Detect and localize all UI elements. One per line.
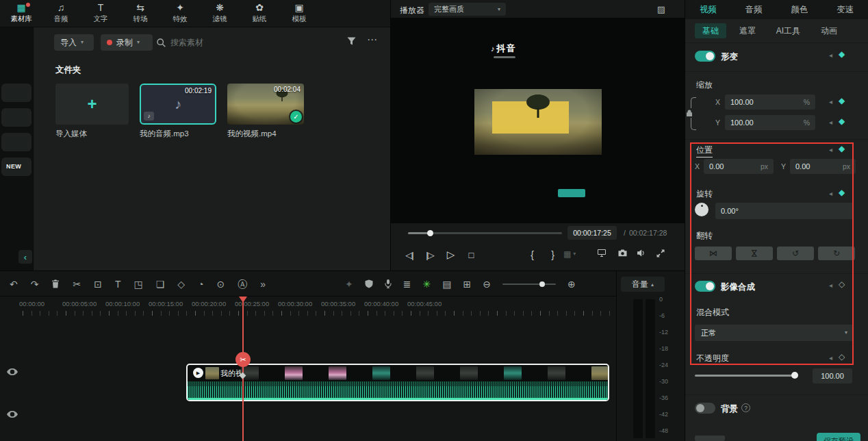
- mark-in-button[interactable]: {: [525, 248, 539, 262]
- keyframe-prev-icon[interactable]: ◂: [829, 119, 832, 126]
- position-y-input[interactable]: 0.00 px: [790, 159, 856, 174]
- next-frame-button[interactable]: |▷: [423, 248, 437, 262]
- scale-x-input[interactable]: 100.00 %: [725, 94, 815, 110]
- compositing-toggle[interactable]: [695, 281, 715, 292]
- keyframe-prev-icon[interactable]: ◂: [829, 282, 832, 289]
- tab-video[interactable]: 视频: [685, 4, 731, 16]
- keyframe-prev-icon[interactable]: ◂: [829, 52, 832, 59]
- nav-effects[interactable]: ✦ 特效: [160, 0, 200, 27]
- nav-media-library[interactable]: ▦ 素材库: [1, 0, 41, 27]
- keyframe-prev-icon[interactable]: ◂: [829, 147, 832, 153]
- motion-tracking-icon[interactable]: ⊙: [217, 279, 225, 289]
- video-stage[interactable]: ♪ 抖音: [391, 18, 685, 223]
- media-item-video[interactable]: 00:02:04 ✓: [227, 84, 304, 125]
- record-button[interactable]: 录制 ▾: [101, 34, 153, 51]
- import-media-tile[interactable]: +: [55, 84, 129, 125]
- redo-icon[interactable]: ↷: [31, 279, 39, 289]
- more-options-icon[interactable]: ⋯: [367, 34, 377, 46]
- add-text-icon[interactable]: T: [115, 279, 121, 289]
- more-tools-icon[interactable]: »: [260, 279, 266, 289]
- tab-speed[interactable]: 变速: [822, 4, 868, 16]
- opacity-slider-knob[interactable]: [791, 372, 798, 379]
- nav-transitions[interactable]: ⇆ 转场: [120, 0, 160, 27]
- save-preset-button[interactable]: 保存预设: [817, 433, 860, 441]
- subtab-animation[interactable]: 动画: [813, 23, 845, 38]
- split-playhead-button[interactable]: ✂: [235, 352, 251, 367]
- play-button[interactable]: ▷: [444, 248, 457, 262]
- media-item-audio[interactable]: ♪ 00:02:19 ♪: [140, 84, 216, 125]
- opacity-slider[interactable]: [695, 375, 796, 377]
- speed-icon[interactable]: ◔: [198, 279, 203, 289]
- subtab-mask[interactable]: 遮罩: [732, 23, 763, 38]
- mute-button[interactable]: [637, 249, 646, 257]
- rotate-cw-button[interactable]: ↻: [818, 247, 855, 260]
- duplicate-icon[interactable]: ❏: [156, 279, 165, 289]
- delete-icon[interactable]: [51, 279, 60, 288]
- crop-icon[interactable]: ⊡: [94, 279, 102, 289]
- keyframe-diamond-icon[interactable]: ◆: [839, 50, 845, 58]
- sidebar-item[interactable]: [1, 84, 31, 102]
- rotate-ccw-button[interactable]: ↺: [777, 247, 814, 260]
- sidebar-item[interactable]: [1, 108, 31, 127]
- undo-icon[interactable]: ↶: [10, 279, 18, 289]
- help-icon[interactable]: ?: [741, 403, 750, 412]
- track-visibility-toggle[interactable]: [7, 368, 18, 375]
- blend-mode-dropdown[interactable]: 正常 ▾: [695, 325, 854, 341]
- playback-progress-knob[interactable]: [427, 230, 433, 236]
- filter-sort-icon[interactable]: [347, 37, 356, 45]
- timeline-zoom-slider[interactable]: [502, 284, 556, 285]
- scale-y-input[interactable]: 100.00 %: [725, 115, 815, 130]
- keyframe-diamond-icon[interactable]: ◇: [839, 353, 845, 361]
- stop-button[interactable]: □: [464, 248, 478, 262]
- subtab-basic[interactable]: 基础: [695, 23, 726, 38]
- background-toggle[interactable]: [695, 403, 715, 414]
- sidebar-item[interactable]: NEW: [1, 158, 31, 176]
- video-clip[interactable]: ▶ 我的视频: [186, 364, 609, 401]
- nav-filters[interactable]: ❋ 滤镜: [200, 0, 240, 27]
- sidebar-item[interactable]: [1, 133, 31, 151]
- keyframe-diamond-icon[interactable]: ◆: [839, 97, 845, 105]
- add-track-icon[interactable]: ⊞: [463, 279, 471, 289]
- zoom-slider-knob[interactable]: [539, 281, 545, 287]
- subtab-ai-tools[interactable]: AI工具: [769, 23, 808, 38]
- rotate-input[interactable]: 0.00°: [715, 203, 854, 219]
- tab-color[interactable]: 颜色: [777, 4, 823, 16]
- tab-audio[interactable]: 音频: [731, 4, 777, 16]
- auto-caption-icon[interactable]: Ⓐ: [238, 279, 247, 289]
- keyframe-diamond-icon[interactable]: ◆: [839, 117, 845, 125]
- rotation-dial[interactable]: [695, 203, 709, 216]
- mark-out-button[interactable]: }: [546, 248, 559, 262]
- audio-mixer-icon[interactable]: ≣: [403, 279, 411, 289]
- keyframe-prev-icon[interactable]: ◂: [829, 99, 832, 105]
- keyframe-diamond-icon[interactable]: ◆: [839, 188, 845, 197]
- preview-mode-icon[interactable]: ▨: [654, 3, 669, 16]
- nav-stickers[interactable]: ✿ 贴纸: [240, 0, 279, 27]
- timeline-ruler[interactable]: 00:00:00 00:00:05:00 00:00:10:00 00:00:1…: [0, 297, 616, 316]
- compound-clip-button[interactable]: ▦ ▾: [563, 249, 576, 259]
- playhead-line[interactable]: [242, 299, 244, 441]
- split-icon[interactable]: ✂: [73, 279, 81, 289]
- transform-toggle[interactable]: [695, 51, 715, 62]
- mirror-display-button[interactable]: [598, 249, 606, 257]
- previous-frame-button[interactable]: ◁|: [403, 248, 416, 262]
- zoom-in-icon[interactable]: ⊕: [567, 279, 576, 289]
- keyframe-diamond-icon[interactable]: ◆: [839, 144, 845, 153]
- render-preview-icon[interactable]: ✦: [345, 279, 353, 289]
- volume-button[interactable]: 音量 ▴: [621, 277, 665, 292]
- keyframe-prev-icon[interactable]: ◂: [829, 190, 832, 197]
- keyframe-prev-icon[interactable]: ◂: [829, 355, 832, 362]
- import-button[interactable]: 导入 ▾: [54, 34, 94, 51]
- nav-audio[interactable]: ♫ 音频: [41, 0, 81, 27]
- fullscreen-button[interactable]: [656, 249, 665, 257]
- search-input[interactable]: [170, 38, 273, 47]
- marker-icon[interactable]: [365, 279, 373, 288]
- track-visibility-toggle[interactable]: [7, 411, 18, 418]
- quality-dropdown[interactable]: 完整画质 ▾: [429, 3, 506, 16]
- snapshot-button[interactable]: [618, 249, 627, 257]
- nav-text[interactable]: T 文字: [81, 0, 120, 27]
- collapse-panel-button[interactable]: ‹: [18, 250, 32, 264]
- voiceover-mic-icon[interactable]: [385, 279, 392, 288]
- position-x-input[interactable]: 0.00 px: [704, 159, 774, 174]
- mask-icon[interactable]: ◳: [134, 279, 143, 289]
- flip-horizontal-button[interactable]: ⋈: [695, 247, 732, 260]
